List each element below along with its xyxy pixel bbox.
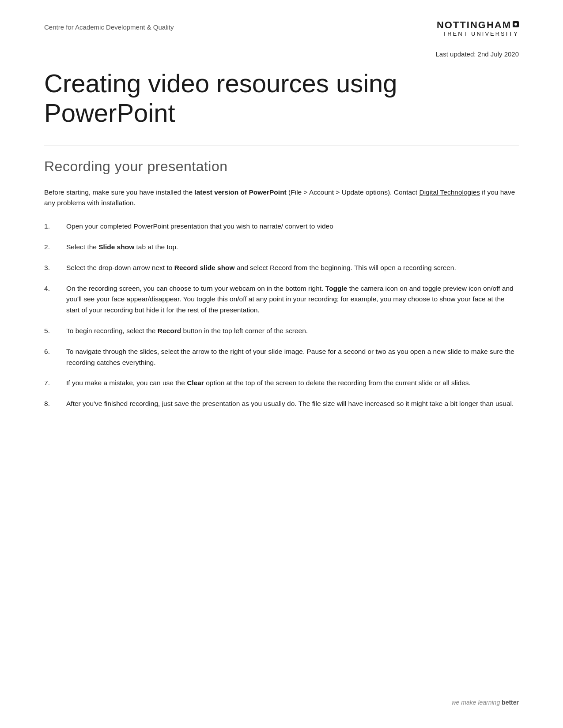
list-item-text-before: On the recording screen, you can choose … (66, 285, 325, 292)
logo-container: NOTTINGHAM TRENT UNIVERSITY (437, 20, 519, 37)
list-item-text-before: To begin recording, select the (66, 327, 158, 334)
intro-bold-text: latest version of PowerPoint (194, 188, 286, 196)
main-title: Creating video resources using PowerPoin… (44, 69, 519, 128)
list-item: Select the drop-down arrow next to Recor… (53, 263, 519, 274)
footer: we make learning better (451, 699, 519, 706)
intro-text-middle: (File > Account > Update options). Conta… (287, 188, 419, 196)
list-item-text: Open your completed PowerPoint presentat… (66, 222, 333, 230)
list-item-text-after: button in the top left corner of the scr… (181, 327, 308, 334)
list-item-text-after: and select Record from the beginning. Th… (235, 264, 456, 271)
list-item: To begin recording, select the Record bu… (53, 326, 519, 337)
list-item-bold: Record (158, 327, 181, 334)
divider (44, 146, 519, 146)
list-item-text-before: Select the drop-down arrow next to (66, 264, 174, 271)
last-updated: Last updated: 2nd July 2020 (44, 50, 519, 58)
footer-text-bold: better (502, 699, 519, 706)
footer-text-normal: we make learning (451, 699, 502, 706)
list-item-bold: Slide show (98, 243, 134, 251)
list-item: If you make a mistake, you can use the C… (53, 378, 519, 389)
list-item-bold: Clear (187, 379, 204, 387)
list-item-bold: Record slide show (174, 264, 235, 271)
list-item: Select the Slide show tab at the top. (53, 242, 519, 253)
list-item: Open your completed PowerPoint presentat… (53, 221, 519, 232)
list-item: To navigate through the slides, select t… (53, 346, 519, 368)
list-item: After you've finished recording, just sa… (53, 398, 519, 409)
list-item-text-before: If you make a mistake, you can use the (66, 379, 187, 387)
list-item-bold: Toggle (325, 285, 348, 292)
logo-text-line1: NOTTINGHAM (437, 20, 511, 30)
intro-paragraph: Before starting, make sure you have inst… (44, 187, 519, 209)
list-item: On the recording screen, you can choose … (53, 283, 519, 316)
logo-icon (513, 21, 519, 27)
header: Centre for Academic Development & Qualit… (44, 20, 519, 37)
logo-text-line2: TRENT UNIVERSITY (442, 30, 519, 37)
intro-text-before: Before starting, make sure you have inst… (44, 188, 194, 196)
steps-list: Open your completed PowerPoint presentat… (53, 221, 519, 409)
digital-technologies-link[interactable]: Digital Technologies (419, 188, 480, 196)
list-item-text: After you've finished recording, just sa… (66, 400, 514, 407)
section-title: Recording your presentation (44, 158, 519, 175)
list-item-text-before: Select the (66, 243, 98, 251)
list-item-text-after: tab at the top. (134, 243, 178, 251)
list-item-text-after: option at the top of the screen to delet… (204, 379, 471, 387)
page: Centre for Academic Development & Qualit… (0, 0, 563, 728)
list-item-text: To navigate through the slides, select t… (66, 348, 514, 366)
organization-label: Centre for Academic Development & Qualit… (44, 23, 174, 31)
